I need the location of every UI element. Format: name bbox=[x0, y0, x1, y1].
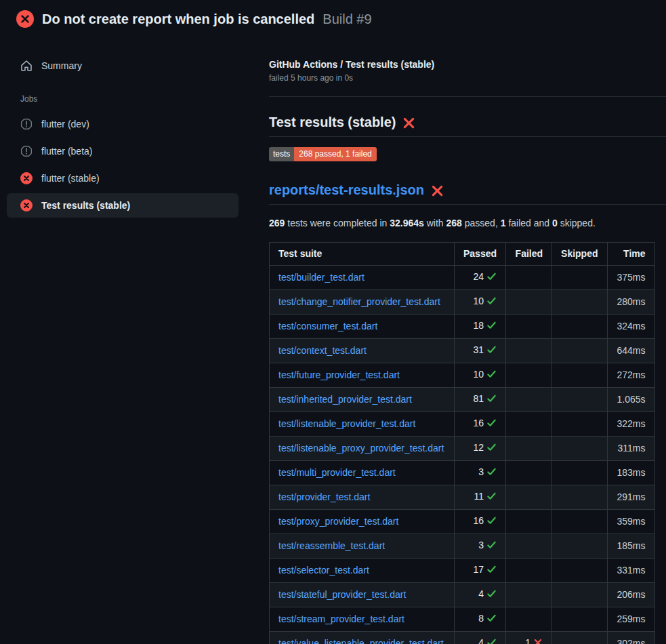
test-suite-link[interactable]: test/selector_test.dart bbox=[278, 565, 369, 576]
skipped-cell bbox=[552, 266, 607, 290]
home-icon bbox=[20, 60, 33, 72]
passed-count: 31 bbox=[473, 344, 484, 355]
table-row: test/value_listenable_provider_test.dart… bbox=[270, 632, 655, 644]
table-row: test/provider_test.dart11291ms bbox=[270, 485, 655, 510]
failed-cell bbox=[506, 534, 552, 559]
check-icon bbox=[486, 320, 497, 334]
sidebar-item-flutter-stable[interactable]: flutter (stable) bbox=[7, 166, 238, 190]
test-suite-link[interactable]: test/value_listenable_provider_test.dart bbox=[278, 638, 444, 644]
passed-count: 12 bbox=[473, 442, 484, 453]
time-cell: 272ms bbox=[607, 363, 654, 388]
failed-cell bbox=[506, 607, 552, 632]
test-suite-link[interactable]: test/consumer_test.dart bbox=[278, 321, 377, 331]
skipped-cell bbox=[552, 388, 607, 412]
sidebar-item-flutter-beta[interactable]: flutter (beta) bbox=[7, 139, 238, 163]
check-icon bbox=[486, 466, 497, 480]
failed-cell bbox=[506, 363, 552, 388]
table-header-row: Test suite Passed Failed Skipped Time bbox=[270, 243, 655, 266]
skipped-cell bbox=[552, 632, 607, 644]
test-suite-link[interactable]: test/proxy_provider_test.dart bbox=[278, 516, 398, 527]
column-header-test-suite: Test suite bbox=[270, 243, 455, 266]
report-file-link[interactable]: reports/test-results.json bbox=[269, 182, 424, 198]
report-heading: reports/test-results.json bbox=[269, 182, 666, 205]
sidebar-item-test-results-stable[interactable]: Test results (stable) bbox=[7, 193, 238, 218]
table-row: test/consumer_test.dart18324ms bbox=[270, 315, 655, 339]
section-heading: Test results (stable) bbox=[269, 115, 666, 137]
page-title: Do not create report when job is cancell… bbox=[42, 12, 314, 27]
check-icon bbox=[486, 442, 497, 456]
sidebar-item-flutter-dev[interactable]: flutter (dev) bbox=[7, 112, 238, 136]
stop-icon bbox=[20, 118, 33, 130]
failed-cell bbox=[506, 388, 552, 412]
table-row: test/stream_provider_test.dart8259ms bbox=[270, 607, 655, 632]
skipped-cell bbox=[552, 412, 607, 437]
test-suite-link[interactable]: test/change_notifier_provider_test.dart bbox=[278, 296, 440, 307]
test-suite-link[interactable]: test/stream_provider_test.dart bbox=[278, 613, 404, 624]
passed-cell: 3 bbox=[455, 534, 506, 559]
check-icon bbox=[486, 515, 497, 529]
time-cell: 322ms bbox=[607, 412, 654, 437]
table-row: test/selector_test.dart17331ms bbox=[270, 559, 655, 583]
sidebar-item-label: flutter (beta) bbox=[41, 146, 92, 157]
passed-count: 11 bbox=[474, 491, 484, 502]
time-cell: 1.065s bbox=[607, 388, 654, 412]
test-suite-link[interactable]: test/listenable_provider_test.dart bbox=[278, 418, 415, 429]
failed-cell bbox=[506, 559, 552, 583]
failed-cell bbox=[506, 583, 552, 607]
skipped-cell bbox=[552, 437, 607, 461]
table-row: test/change_notifier_provider_test.dart1… bbox=[270, 290, 655, 315]
passed-cell: 11 bbox=[455, 485, 506, 510]
summary-number: 268 bbox=[446, 218, 462, 228]
failed-cell bbox=[506, 461, 552, 485]
passed-cell: 16 bbox=[455, 510, 506, 534]
passed-cell: 10 bbox=[455, 363, 506, 388]
summary-text: with bbox=[424, 218, 446, 228]
sidebar-item-summary[interactable]: Summary bbox=[7, 54, 238, 78]
passed-count: 3 bbox=[478, 466, 484, 477]
x-mark-icon bbox=[533, 638, 543, 644]
table-row: test/multi_provider_test.dart3183ms bbox=[270, 461, 655, 485]
passed-count: 3 bbox=[478, 540, 484, 550]
table-body: test/builder_test.dart24375mstest/change… bbox=[270, 266, 655, 644]
test-suite-link[interactable]: test/reassemble_test.dart bbox=[278, 540, 385, 551]
build-number: Build #9 bbox=[322, 12, 371, 27]
column-header-time: Time bbox=[607, 243, 654, 266]
test-suite-link[interactable]: test/future_provider_test.dart bbox=[278, 369, 400, 380]
summary-number: 32.964s bbox=[390, 218, 424, 228]
check-icon bbox=[486, 613, 497, 626]
test-suite-link[interactable]: test/multi_provider_test.dart bbox=[278, 467, 396, 478]
time-cell: 206ms bbox=[607, 583, 654, 607]
passed-cell: 10 bbox=[455, 290, 506, 315]
summary-number: 269 bbox=[269, 218, 285, 228]
time-cell: 280ms bbox=[607, 290, 654, 315]
x-circle-icon bbox=[20, 172, 33, 184]
check-icon bbox=[486, 588, 497, 602]
summary-text: failed and bbox=[506, 218, 553, 228]
test-suite-link[interactable]: test/provider_test.dart bbox=[278, 491, 370, 502]
summary-text: skipped. bbox=[558, 218, 596, 228]
test-suite-link[interactable]: test/listenable_proxy_provider_test.dart bbox=[278, 443, 444, 454]
test-suite-link[interactable]: test/builder_test.dart bbox=[278, 272, 365, 283]
test-suite-link[interactable]: test/inherited_provider_test.dart bbox=[278, 394, 412, 405]
time-cell: 324ms bbox=[607, 315, 654, 339]
check-icon bbox=[486, 393, 497, 407]
badge-label: tests bbox=[269, 147, 294, 161]
passed-count: 10 bbox=[473, 296, 484, 306]
skipped-cell bbox=[552, 559, 607, 583]
x-circle-icon bbox=[20, 199, 33, 212]
test-suite-link[interactable]: test/context_test.dart bbox=[278, 345, 367, 356]
breadcrumb: GitHub Actions / Test results (stable) bbox=[269, 59, 666, 70]
summary-number: 0 bbox=[552, 218, 558, 228]
table-row: test/context_test.dart31644ms bbox=[270, 339, 655, 363]
failed-cell bbox=[506, 437, 552, 461]
x-mark-icon bbox=[431, 184, 444, 197]
summary-line: 269 tests were completed in 32.964s with… bbox=[269, 218, 666, 228]
table-row: test/reassemble_test.dart3185ms bbox=[270, 534, 655, 559]
sidebar-item-label: Test results (stable) bbox=[41, 200, 130, 211]
table-row: test/listenable_provider_test.dart16322m… bbox=[270, 412, 655, 437]
sidebar-jobs: flutter (dev)flutter (beta)flutter (stab… bbox=[7, 112, 245, 218]
x-mark-icon bbox=[402, 117, 415, 129]
stop-icon bbox=[20, 145, 33, 157]
test-suite-link[interactable]: test/stateful_provider_test.dart bbox=[278, 589, 406, 600]
time-cell: 359ms bbox=[607, 510, 654, 534]
